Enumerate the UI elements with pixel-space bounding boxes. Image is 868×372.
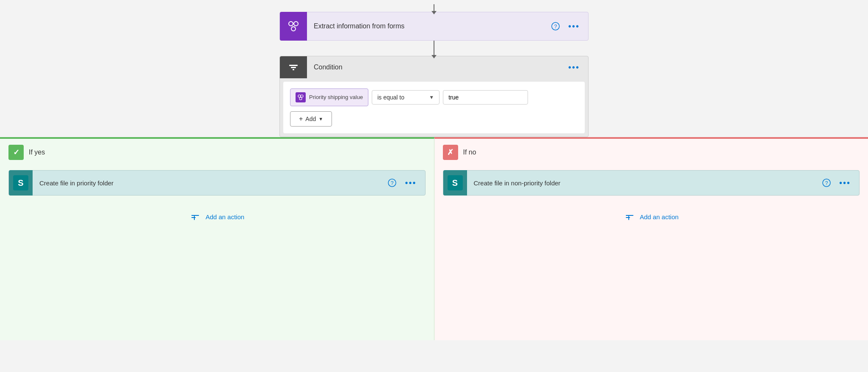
condition-icon	[280, 56, 307, 78]
extract-card: Extract information from forms ? •••	[279, 12, 589, 41]
condition-row: Priority shipping value is equal to ▼	[290, 88, 578, 106]
add-action-yes-icon	[189, 211, 201, 223]
add-action-yes-button[interactable]: Add an action	[0, 204, 434, 229]
action-non-priority-title: Create file in non-priority folder	[467, 179, 821, 187]
svg-text:?: ?	[391, 180, 394, 186]
action-card-priority: S Create file in priority folder ? •••	[8, 170, 426, 196]
sharepoint-icon-no: S	[443, 170, 467, 196]
action-priority-title: Create file in priority folder	[33, 179, 386, 187]
action-non-priority-actions: ? •••	[821, 176, 859, 190]
chip-extract-icon	[296, 92, 306, 102]
svg-rect-19	[194, 216, 195, 220]
add-action-yes-label: Add an action	[205, 213, 244, 220]
condition-operator-select[interactable]: is equal to ▼	[372, 90, 440, 105]
connector-arrow-top	[434, 4, 434, 12]
action-non-priority-help-button[interactable]: ?	[821, 177, 832, 189]
chevron-down-icon: ▼	[429, 94, 434, 100]
extract-card-icon	[280, 12, 307, 41]
branch-no-header: ✗ If no	[434, 139, 868, 166]
svg-point-14	[299, 97, 302, 100]
svg-text:?: ?	[825, 180, 828, 186]
condition-add-button[interactable]: + Add ▼	[290, 111, 332, 127]
action-non-priority-more-button[interactable]: •••	[838, 176, 852, 190]
svg-point-12	[298, 95, 301, 97]
condition-more-button[interactable]: •••	[567, 61, 581, 74]
condition-card: Condition ••• Priority shipping value	[279, 56, 589, 137]
action-priority-more-button[interactable]: •••	[403, 176, 418, 190]
svg-line-3	[291, 25, 293, 26]
connector-arrow-1	[434, 41, 434, 56]
add-action-no-button[interactable]: Add an action	[434, 204, 868, 229]
svg-rect-24	[628, 216, 629, 220]
action-priority-help-button[interactable]: ?	[386, 177, 398, 189]
condition-header: Condition •••	[280, 56, 588, 78]
branch-container: ✓ If yes S Create file in priority folde…	[0, 137, 868, 340]
add-label: Add	[305, 116, 316, 122]
add-action-no-icon	[624, 211, 636, 223]
extract-help-button[interactable]: ?	[550, 20, 561, 32]
svg-text:?: ?	[554, 24, 557, 30]
condition-add-row: + Add ▼	[290, 111, 578, 127]
extract-more-button[interactable]: •••	[567, 20, 581, 33]
flow-canvas: Extract information from forms ? •••	[0, 0, 868, 372]
action-priority-actions: ? •••	[386, 176, 425, 190]
action-card-non-priority: S Create file in non-priority folder ? •…	[443, 170, 860, 196]
svg-line-4	[294, 25, 296, 26]
add-action-no-label: Add an action	[640, 213, 679, 220]
svg-rect-23	[626, 217, 630, 218]
svg-rect-22	[626, 215, 633, 216]
svg-rect-9	[289, 65, 298, 66]
svg-point-13	[301, 95, 303, 97]
condition-title: Condition	[307, 63, 567, 71]
checkmark-icon: ✓	[8, 145, 24, 160]
operator-value: is equal to	[377, 94, 404, 101]
extract-card-title: Extract information from forms	[307, 22, 550, 30]
sharepoint-icon-yes: S	[9, 170, 33, 196]
x-icon: ✗	[443, 145, 458, 160]
condition-body: Priority shipping value is equal to ▼ + …	[283, 82, 585, 133]
add-chevron-icon: ▼	[318, 116, 323, 121]
chip-label: Priority shipping value	[309, 94, 363, 101]
condition-chip[interactable]: Priority shipping value	[290, 88, 368, 106]
condition-value-input[interactable]	[443, 90, 528, 105]
svg-rect-10	[291, 67, 296, 68]
plus-icon: +	[299, 115, 303, 123]
branch-yes-label: If yes	[29, 149, 45, 156]
extract-card-actions: ? •••	[550, 20, 588, 33]
svg-rect-18	[191, 217, 196, 218]
branch-no: ✗ If no S Create file in non-priority fo…	[434, 137, 868, 340]
branch-no-label: If no	[463, 149, 476, 156]
svg-rect-17	[191, 215, 199, 216]
branch-yes: ✓ If yes S Create file in priority folde…	[0, 137, 434, 340]
branch-yes-header: ✓ If yes	[0, 139, 434, 166]
svg-rect-11	[293, 69, 294, 70]
